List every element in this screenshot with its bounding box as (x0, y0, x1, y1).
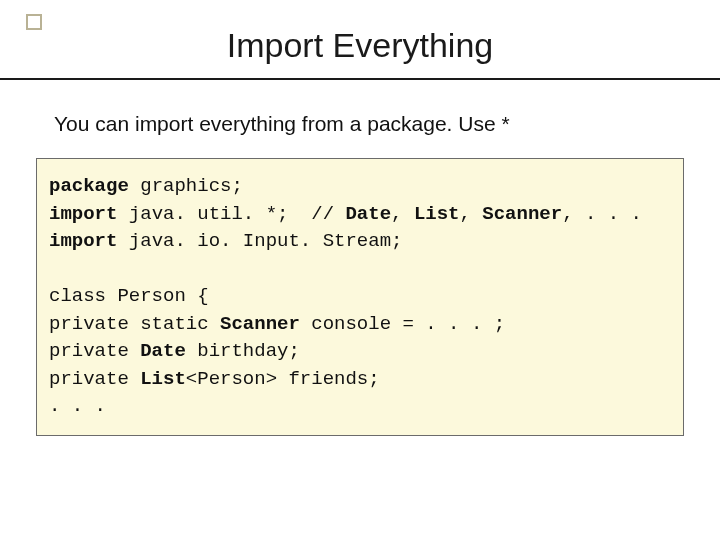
type-list: List (140, 368, 186, 390)
code-text: console = . . . ; (300, 313, 505, 335)
code-text: . . . (49, 395, 106, 417)
code-text: graphics; (129, 175, 243, 197)
code-text: java. io. Input. Stream; (117, 230, 402, 252)
code-text: private static (49, 313, 220, 335)
code-text: , (460, 203, 483, 225)
slide-subtitle: You can import everything from a package… (54, 112, 510, 136)
slide: Import Everything You can import everyth… (0, 0, 720, 540)
code-text: private (49, 368, 140, 390)
title-underline (0, 78, 720, 80)
code-text: birthday; (186, 340, 300, 362)
type-scanner: Scanner (220, 313, 300, 335)
code-text: class Person { (49, 285, 209, 307)
type-scanner: Scanner (482, 203, 562, 225)
type-date: Date (140, 340, 186, 362)
type-date: Date (345, 203, 391, 225)
kw-import: import (49, 203, 117, 225)
code-text: java. util. *; // (117, 203, 345, 225)
code-text: <Person> friends; (186, 368, 380, 390)
code-text: , . . . (562, 203, 642, 225)
type-list: List (414, 203, 460, 225)
code-text: , (391, 203, 414, 225)
code-text: private (49, 340, 140, 362)
kw-package: package (49, 175, 129, 197)
slide-title: Import Everything (0, 26, 720, 65)
code-block: package graphics; import java. util. *; … (36, 158, 684, 436)
kw-import: import (49, 230, 117, 252)
